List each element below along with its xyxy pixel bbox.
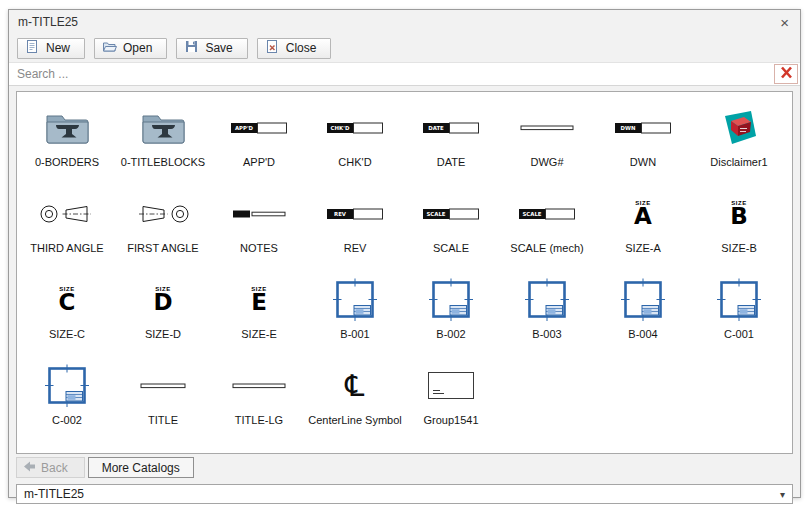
field-icon: CHK'D <box>326 102 384 154</box>
field-icon: APP'D <box>230 102 288 154</box>
sheet-icon <box>524 274 570 326</box>
catalog-item-label: CHK'D <box>338 156 371 169</box>
catalog-item-label: B-003 <box>532 328 561 341</box>
back-button[interactable]: Back <box>16 457 85 478</box>
disclaimer-icon <box>720 102 758 154</box>
svg-text:SCALE: SCALE <box>522 211 541 217</box>
catalog-item[interactable]: ℄CenterLine Symbol <box>307 356 403 442</box>
size-letter-icon: SIZEB <box>730 188 748 240</box>
catalog-item[interactable]: C-002 <box>19 356 115 442</box>
catalog-item-label: SIZE-D <box>145 328 181 341</box>
catalog-item-label: C-001 <box>724 328 754 341</box>
catalog-item[interactable]: 0-BORDERS <box>19 98 115 184</box>
window-close-icon[interactable]: × <box>778 15 791 30</box>
catalog-item[interactable]: SIZECSIZE-C <box>19 270 115 356</box>
folder-icon <box>140 102 186 154</box>
catalog-item[interactable]: DATE DATE <box>403 98 499 184</box>
catalog-item-label: DWN <box>630 156 656 169</box>
catalog-grid: 0-BORDERS 0-TITLEBLOCKS APP'D APP'D CHK'… <box>17 92 792 448</box>
close-catalog-icon <box>265 39 280 57</box>
clear-search-button[interactable] <box>774 64 798 84</box>
catalog-item-label: C-002 <box>52 414 82 427</box>
field-icon: DWN <box>614 102 672 154</box>
new-button[interactable]: New <box>17 38 85 59</box>
bar-icon <box>231 360 287 412</box>
catalog-item[interactable]: B-004 <box>595 270 691 356</box>
catalog-item[interactable]: CHK'D CHK'D <box>307 98 403 184</box>
save-button[interactable]: Save <box>176 38 247 59</box>
catalog-item[interactable]: B-001 <box>307 270 403 356</box>
search-input[interactable] <box>9 67 774 81</box>
back-arrow-icon <box>23 460 36 476</box>
field-icon: DATE <box>422 102 480 154</box>
field-icon: REV <box>326 188 384 240</box>
catalog-select-value: m-TITLE25 <box>24 487 84 501</box>
back-button-label: Back <box>41 461 68 475</box>
window-title: m-TITLE25 <box>18 15 778 29</box>
field-icon: SCALE <box>518 188 576 240</box>
catalog-item[interactable]: DWN DWN <box>595 98 691 184</box>
catalog-item[interactable]: B-003 <box>499 270 595 356</box>
sheet-icon <box>332 274 378 326</box>
titlebar: m-TITLE25 × <box>9 10 800 34</box>
catalog-item-label: SIZE-C <box>49 328 85 341</box>
catalog-item[interactable]: B-002 <box>403 270 499 356</box>
close-catalog-button-label: Close <box>286 41 317 55</box>
size-letter-icon: SIZEA <box>634 188 652 240</box>
new-document-icon <box>25 39 40 57</box>
catalog-item[interactable]: SIZEBSIZE-B <box>691 184 787 270</box>
catalog-item-label: APP'D <box>243 156 275 169</box>
catalog-item[interactable]: TITLE-LG <box>211 356 307 442</box>
sheet-icon <box>620 274 666 326</box>
catalog-item[interactable]: SCALE SCALE (mech) <box>499 184 595 270</box>
catalog-window: m-TITLE25 × New Open Save Close <box>8 9 801 498</box>
catalog-item-label: TITLE-LG <box>235 414 283 427</box>
size-letter-icon: SIZED <box>153 274 172 326</box>
folder-icon <box>44 102 90 154</box>
sheet-icon <box>428 274 474 326</box>
catalog-item[interactable]: APP'D APP'D <box>211 98 307 184</box>
catalog-item[interactable]: REV REV <box>307 184 403 270</box>
catalog-item[interactable]: TITLE <box>115 356 211 442</box>
centerline-icon: ℄ <box>345 360 364 412</box>
open-folder-icon <box>102 39 117 57</box>
catalog-item-label: FIRST ANGLE <box>127 242 198 255</box>
catalog-item-label: B-004 <box>628 328 657 341</box>
field-icon: SCALE <box>422 188 480 240</box>
catalog-item[interactable]: SIZEASIZE-A <box>595 184 691 270</box>
catalog-item[interactable]: FIRST ANGLE <box>115 184 211 270</box>
catalog-item-label: B-002 <box>436 328 465 341</box>
save-button-label: Save <box>205 41 232 55</box>
open-button[interactable]: Open <box>94 38 167 59</box>
catalog-item[interactable]: THIRD ANGLE <box>19 184 115 270</box>
catalog-item[interactable]: SIZEDSIZE-D <box>115 270 211 356</box>
catalog-item-label: CenterLine Symbol <box>308 414 402 427</box>
catalog-select[interactable]: m-TITLE25 ▾ <box>16 484 793 504</box>
catalog-item-label: SCALE (mech) <box>510 242 583 255</box>
group-rect-icon <box>425 360 477 412</box>
catalog-item[interactable]: DWG# <box>499 98 595 184</box>
catalog-item-label: Disclaimer1 <box>710 156 767 169</box>
catalog-item[interactable]: SCALE SCALE <box>403 184 499 270</box>
save-icon <box>184 39 199 57</box>
more-catalogs-button[interactable]: More Catalogs <box>88 457 194 478</box>
svg-text:CHK'D: CHK'D <box>331 125 350 131</box>
catalog-item-label: REV <box>344 242 367 255</box>
catalog-item[interactable]: 0-TITLEBLOCKS <box>115 98 211 184</box>
svg-text:APP'D: APP'D <box>235 125 254 131</box>
catalog-item-label: DWG# <box>531 156 564 169</box>
catalog-item[interactable]: Group1541 <box>403 356 499 442</box>
catalog-item[interactable]: SIZEESIZE-E <box>211 270 307 356</box>
chevron-down-icon: ▾ <box>780 489 785 500</box>
catalog-item[interactable]: Disclaimer1 <box>691 98 787 184</box>
footer-bar: Back More Catalogs <box>16 457 793 478</box>
toolbar: New Open Save Close <box>9 34 800 63</box>
sheet-icon <box>716 274 762 326</box>
catalog-item-label: SCALE <box>433 242 469 255</box>
svg-text:DWN: DWN <box>621 125 636 131</box>
catalog-item-label: 0-TITLEBLOCKS <box>121 156 205 169</box>
catalog-item-label: Group1541 <box>423 414 478 427</box>
catalog-item[interactable]: C-001 <box>691 270 787 356</box>
catalog-item[interactable]: NOTES <box>211 184 307 270</box>
close-catalog-button[interactable]: Close <box>257 38 332 59</box>
